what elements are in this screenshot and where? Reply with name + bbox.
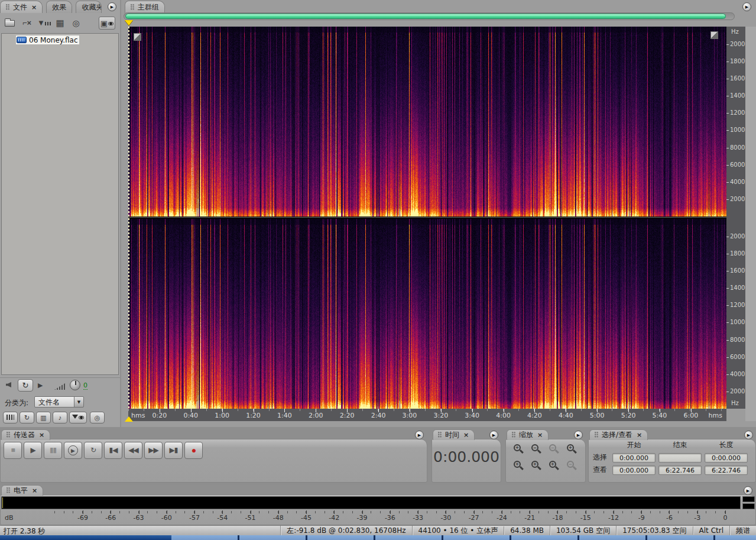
loop-play-button[interactable]: ↻ [84, 442, 102, 459]
clip-indicator-right[interactable] [742, 503, 755, 509]
db-tick-label: -24 [497, 514, 507, 522]
selection-length-field[interactable]: 0:00.000 [705, 453, 748, 463]
show-audio-files-button[interactable] [3, 412, 18, 423]
levels-panel-tab[interactable]: 电平× [1, 485, 43, 496]
show-loop-files-button[interactable]: ↻ [20, 412, 34, 423]
zoom-buttons: +−−++++− [510, 441, 580, 474]
open-file-button[interactable] [2, 17, 17, 30]
files-panel-menu-button[interactable]: ▶ [108, 2, 116, 11]
pause-button[interactable]: ▮▮ [44, 442, 62, 459]
selection-view-panel-tab[interactable]: 选择/查看× [589, 429, 648, 440]
db-tick-label: -57 [189, 514, 200, 522]
show-cd-files-button[interactable]: ◎ [90, 412, 105, 423]
levels-title: 电平 [14, 486, 28, 494]
show-midi-files-button[interactable]: ♪ [53, 412, 67, 423]
playhead-marker-top[interactable] [125, 20, 133, 25]
horizontal-scrollbar-thumb[interactable] [125, 14, 726, 19]
preview-mute-icon[interactable] [6, 382, 11, 387]
selection-handle-right[interactable] [710, 31, 718, 39]
rewind-button[interactable]: ◀◀ [124, 442, 142, 459]
preview-play-button[interactable]: ▶ [38, 381, 43, 389]
file-list-item[interactable]: 06 Money.flac [16, 35, 79, 44]
playhead-marker-bottom[interactable] [125, 416, 133, 422]
time-tick-label: 4:40 [559, 412, 573, 419]
waveform-icon [7, 415, 14, 420]
sort-dropdown-value[interactable]: 文件名 [34, 396, 74, 408]
tab-main-group[interactable]: 主群组 [125, 1, 165, 13]
file-list[interactable]: 06 Money.flac [1, 33, 119, 375]
zoom-panel-tab[interactable]: 缩放× [507, 429, 549, 440]
time-tick-label: 1:40 [277, 412, 292, 419]
horizontal-scrollbar[interactable] [124, 12, 735, 20]
close-panel-icon[interactable]: × [463, 431, 469, 439]
time-panel-tab[interactable]: 时间× [433, 429, 475, 440]
filter-display-button[interactable] [69, 412, 87, 423]
zoom-out-vertical-button[interactable]: − [563, 458, 580, 474]
import-audio-button[interactable]: ▼ [37, 17, 51, 30]
close-panel-icon[interactable]: × [39, 431, 44, 439]
zoom-in-left-edge-button[interactable]: + [510, 458, 527, 474]
insert-into-cd-button[interactable]: ◎ [69, 17, 83, 30]
view-length-field[interactable]: 6:22.746 [705, 465, 748, 475]
insert-into-multitrack-button[interactable]: ▦ [53, 17, 67, 30]
levels-menu-button[interactable]: ▶ [744, 486, 752, 495]
preview-loop-button[interactable]: ↻ [18, 379, 33, 392]
frequency-tick-mark [726, 305, 729, 306]
close-panel-icon[interactable]: × [637, 431, 642, 439]
zoom-in-vertical-button[interactable]: + [545, 458, 562, 474]
zoom-panel-menu-button[interactable]: ▶ [574, 431, 583, 439]
db-unit-label: dB [5, 514, 14, 522]
close-panel-icon[interactable]: × [32, 487, 37, 494]
zoom-out-full-icon: − [549, 444, 556, 451]
fast-forward-button[interactable]: ▶▶ [144, 442, 163, 459]
frequency-ruler[interactable]: Hz20000180001600014000120001000080006000… [726, 27, 745, 409]
frequency-tick-label: 14000 [730, 92, 745, 99]
display-options-button[interactable]: ▣ [99, 17, 115, 30]
selection-start-field[interactable]: 0:00.000 [612, 453, 656, 463]
time-panel-menu-button[interactable]: ▶ [489, 431, 498, 439]
spectral-display[interactable] [128, 27, 726, 409]
transport-menu-button[interactable]: ▶ [415, 431, 424, 439]
tab-effects[interactable]: 效果 [46, 1, 72, 13]
selection-view-menu-button[interactable]: ▶ [744, 431, 753, 439]
zoom-in-right-edge-button[interactable]: + [527, 458, 544, 474]
level-meter[interactable] [1, 496, 741, 509]
playhead-line[interactable] [128, 27, 129, 409]
zoom-out-horizontal-button[interactable]: − [527, 441, 544, 457]
stop-button[interactable]: ■ [4, 442, 22, 459]
time-ruler[interactable]: hms hms 0:200:401:001:201:402:002:202:40… [128, 409, 726, 421]
show-video-files-button[interactable]: ▥ [36, 412, 51, 423]
status-right: 左:-91.8 dB @ 0:02.830, 16708Hz44100 • 16… [280, 526, 756, 535]
preview-volume-value[interactable]: 0 [83, 381, 87, 390]
preview-volume-knob[interactable] [70, 380, 80, 390]
tab-favorites[interactable]: 收藏夹 [76, 1, 102, 13]
tab-files[interactable]: 文件× [0, 1, 43, 13]
close-file-button[interactable]: ⌐× [20, 17, 34, 30]
record-button[interactable]: ● [184, 442, 203, 459]
close-tab-icon[interactable]: × [31, 4, 37, 11]
selection-end-field[interactable] [658, 453, 702, 463]
transport-panel-tab[interactable]: 传送器× [1, 429, 50, 440]
go-to-end-button[interactable]: ▶▮ [164, 442, 183, 459]
main-panel-menu-button[interactable]: ▶ [742, 2, 751, 11]
status-item: 175:05:03.83 空间 [616, 526, 692, 536]
windows-taskbar[interactable] [0, 535, 756, 540]
time-display[interactable]: 0:00.000 [431, 448, 501, 465]
zoom-in-horizontal-button[interactable]: + [510, 441, 527, 457]
clip-indicator-left[interactable] [742, 496, 755, 502]
view-start-field[interactable]: 0:00.000 [612, 465, 656, 475]
chevron-down-icon[interactable]: ▼ [74, 396, 84, 408]
frequency-tick-mark [726, 357, 729, 358]
go-to-start-button[interactable]: ▮◀ [104, 442, 122, 459]
selection-handle-left[interactable] [134, 33, 141, 41]
status-item: 64.38 MB [504, 526, 550, 535]
close-panel-icon[interactable]: × [537, 431, 543, 439]
zoom-out-full-button[interactable]: − [545, 441, 562, 457]
play-from-cursor-button[interactable]: ▶ [64, 442, 82, 459]
transport-panel: 传送器× ▶ ■▶▮▮▶↻▮◀◀◀▶▶▶▮● [0, 429, 427, 483]
zoom-to-selection-button[interactable]: + [563, 441, 580, 457]
spectrogram-canvas[interactable] [128, 27, 726, 409]
play-button[interactable]: ▶ [24, 442, 42, 459]
sort-dropdown[interactable]: 文件名 ▼ [34, 396, 84, 408]
view-end-field[interactable]: 6:22.746 [658, 465, 702, 475]
